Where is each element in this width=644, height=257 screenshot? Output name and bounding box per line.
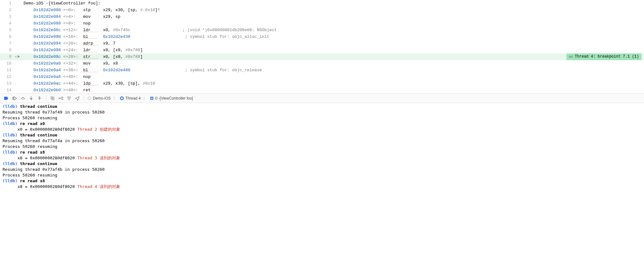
- chevron-right-icon: 〉: [113, 96, 117, 101]
- assembly-line: 0x102d2e094 <+20>: adrp x9, 7: [24, 40, 644, 47]
- svg-rect-17: [122, 97, 123, 99]
- breadcrumb-label: Thread 4: [125, 96, 141, 101]
- breadcrumb-label: Demo-iOS: [93, 96, 111, 101]
- svg-rect-19: [151, 98, 153, 98]
- console-line: Resuming thread 0x77af49 in process 5026…: [3, 109, 641, 115]
- breadcrumb-thread[interactable]: Thread 4: [120, 96, 141, 101]
- assembly-line: 0x102d2e098 <+24>: ldr x8, [x9, #0x788]: [24, 47, 644, 53]
- console-line: x8 = 0x0000000280df8020 Thread 4 读到的对象: [3, 184, 641, 190]
- debug-console[interactable]: (lldb) thread continueResuming thread 0x…: [0, 103, 644, 190]
- memory-graph-icon[interactable]: [58, 95, 64, 101]
- console-line: Resuming thread 0x77af4b in process 5026…: [3, 167, 641, 172]
- assembly-line: 0x102d2e084 <+4>: mov x29, sp: [24, 13, 644, 20]
- line-number: 11: [0, 67, 15, 73]
- line-number: 13: [0, 80, 15, 87]
- line-number: 7: [0, 40, 15, 47]
- console-line: (lldb) thread continue: [3, 161, 641, 167]
- toolbar-separator: [84, 96, 84, 101]
- breadcrumb-label: 0 -[ViewController foo]: [155, 96, 193, 101]
- toggle-breakpoints-icon[interactable]: [3, 95, 10, 101]
- breakpoint-badge[interactable]: Thread 4: breakpoint 7.1 (1): [566, 53, 641, 60]
- assembly-line: 0x102d2e0a0 <+32>: mov x0, x8: [24, 60, 644, 67]
- svg-rect-18: [150, 97, 153, 100]
- line-number: 6: [0, 33, 15, 40]
- console-line: x0 = 0x0000000280df8020 Thread 2 创建的对象: [3, 127, 641, 132]
- console-line: (lldb) thread continue: [3, 104, 641, 109]
- assembly-line: 0x102d2e088 <+8>: nop: [24, 20, 644, 27]
- assembly-line: 0x102d2e0b0 <+48>: ret: [24, 87, 644, 94]
- assembly-line: 0x102d2e09c <+28>: str x0, [x9, #0x788]: [24, 53, 644, 60]
- line-number: 9: [0, 53, 15, 60]
- breakpoint-badge-label: Thread 4: breakpoint 7.1 (1): [575, 53, 639, 60]
- step-over-icon[interactable]: [20, 95, 26, 101]
- assembly-line: 0x102d2e0ac <+44>: ldp x29, x30, [sp], #…: [24, 80, 644, 87]
- assembly-line: 0x102d2e090 <+16>: bl 0x102d2e438 ; symb…: [24, 33, 644, 40]
- assembly-line: 0x102d2e0a8 <+40>: nop: [24, 73, 644, 80]
- console-line: Process 50260 resuming: [3, 115, 641, 121]
- line-number: 8: [0, 47, 15, 53]
- console-line: (lldb) thread continue: [3, 132, 641, 138]
- chevron-right-icon: 〉: [143, 96, 147, 101]
- toolbar-separator: [46, 96, 46, 101]
- environment-overrides-icon[interactable]: [66, 95, 72, 101]
- line-number: 10: [0, 60, 15, 67]
- line-number: 1: [0, 0, 15, 7]
- breadcrumb-frame[interactable]: 0 -[ViewController foo]: [150, 96, 193, 101]
- console-line: Resuming thread 0x77af4a in process 5026…: [3, 138, 641, 144]
- console-line: Process 50260 resuming: [3, 172, 641, 178]
- svg-rect-13: [88, 97, 90, 99]
- breadcrumb-process[interactable]: Demo-iOS: [87, 96, 111, 101]
- console-line: (lldb) re read x8: [3, 178, 641, 184]
- view-hierarchy-icon[interactable]: [49, 95, 56, 101]
- line-number: 3: [0, 13, 15, 20]
- console-line: Process 50260 resuming: [3, 144, 641, 149]
- svg-point-10: [69, 97, 71, 98]
- line-number: 5: [0, 27, 15, 33]
- frame-icon: [150, 96, 154, 101]
- svg-rect-20: [151, 99, 153, 99]
- line-number: 14: [0, 87, 15, 94]
- svg-rect-16: [122, 97, 122, 99]
- debug-toolbar: Demo-iOS 〉 Thread 4 〉 0 -[ViewController…: [0, 94, 644, 103]
- console-line: (lldb) re read x8: [3, 149, 641, 155]
- location-icon[interactable]: [74, 95, 80, 101]
- line-number: 4: [0, 20, 15, 27]
- assembly-line: 0x102d2e080 <+0>: stp x29, x30, [sp, #-0…: [24, 7, 644, 13]
- line-number: 2: [0, 7, 15, 13]
- svg-point-6: [59, 98, 60, 99]
- drag-handle-icon: [569, 55, 573, 59]
- process-icon: [87, 96, 92, 101]
- svg-point-7: [62, 97, 63, 98]
- svg-point-8: [62, 99, 63, 100]
- svg-rect-15: [121, 97, 122, 99]
- assembly-line: 0x102d2e0a4 <+36>: bl 0x102d2e480 ; symb…: [24, 67, 644, 73]
- console-line: x8 = 0x0000000280df8020 Thread 3 读到的对象: [3, 155, 641, 161]
- execution-pointer: ->: [15, 53, 24, 60]
- step-into-icon[interactable]: [28, 95, 34, 101]
- svg-point-9: [67, 97, 69, 98]
- line-number: 12: [0, 73, 15, 80]
- continue-icon[interactable]: [11, 95, 18, 101]
- svg-point-11: [68, 99, 70, 100]
- svg-rect-2: [31, 100, 32, 100]
- assembly-line: 0x102d2e08c <+12>: ldr x0, #0x745c ; (vo…: [24, 27, 644, 33]
- svg-point-1: [23, 99, 23, 100]
- console-line: (lldb) re read x0: [3, 121, 641, 127]
- svg-rect-3: [39, 96, 40, 97]
- assembly-header: Demo-iOS`-[ViewController foo]:: [24, 0, 644, 7]
- svg-rect-0: [13, 97, 13, 100]
- thread-icon: [120, 96, 124, 101]
- step-out-icon[interactable]: [36, 95, 43, 101]
- assembly-editor: 1Demo-iOS`-[ViewController foo]:2 0x102d…: [0, 0, 644, 94]
